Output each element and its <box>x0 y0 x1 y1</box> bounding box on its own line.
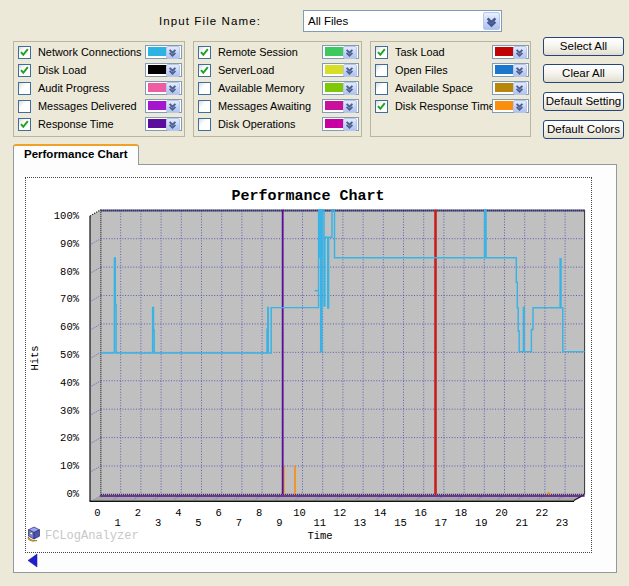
svg-text:17: 17 <box>435 517 448 529</box>
svg-text:4: 4 <box>175 507 181 519</box>
svg-text:30%: 30% <box>60 405 80 417</box>
svg-text:20%: 20% <box>60 432 80 444</box>
svg-text:50%: 50% <box>60 349 80 361</box>
svg-text:100%: 100% <box>54 210 80 222</box>
svg-text:70%: 70% <box>60 293 80 305</box>
svg-text:23: 23 <box>556 517 569 529</box>
svg-text:11: 11 <box>313 517 326 529</box>
svg-text:Performance Chart: Performance Chart <box>231 188 384 205</box>
svg-text:12: 12 <box>334 507 347 519</box>
svg-text:8: 8 <box>256 507 262 519</box>
svg-text:5: 5 <box>195 517 201 529</box>
svg-text:7: 7 <box>236 517 242 529</box>
svg-text:10%: 10% <box>60 460 80 472</box>
svg-text:15: 15 <box>394 517 407 529</box>
svg-text:90%: 90% <box>60 238 80 250</box>
svg-text:10: 10 <box>293 507 306 519</box>
svg-text:19: 19 <box>475 517 488 529</box>
svg-text:Time: Time <box>307 530 332 542</box>
svg-text:14: 14 <box>374 507 387 519</box>
svg-text:60%: 60% <box>60 321 80 333</box>
svg-text:0: 0 <box>94 507 100 519</box>
svg-text:80%: 80% <box>60 266 80 278</box>
svg-text:40%: 40% <box>60 377 80 389</box>
svg-text:20: 20 <box>495 507 508 519</box>
svg-text:6: 6 <box>216 507 222 519</box>
svg-text:9: 9 <box>276 517 282 529</box>
svg-text:18: 18 <box>455 507 468 519</box>
svg-text:0%: 0% <box>66 488 79 500</box>
svg-text:16: 16 <box>414 507 427 519</box>
svg-text:13: 13 <box>354 517 367 529</box>
svg-text:21: 21 <box>515 517 528 529</box>
svg-text:1: 1 <box>115 517 121 529</box>
svg-text:Hits: Hits <box>29 345 41 370</box>
svg-text:3: 3 <box>155 517 161 529</box>
svg-text:22: 22 <box>536 507 549 519</box>
svg-text:2: 2 <box>135 507 141 519</box>
